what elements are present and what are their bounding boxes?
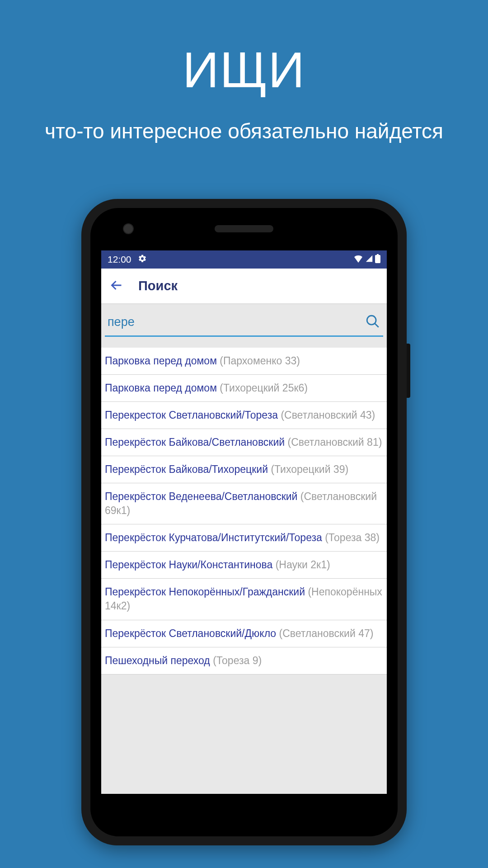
status-bar: 12:00 [101, 250, 387, 269]
status-bar-left: 12:00 [108, 254, 147, 265]
result-title: Пешеходный переход [105, 655, 210, 666]
list-item[interactable]: Перекрёсток Веденеева/Светлановский (Све… [101, 483, 387, 524]
list-item[interactable]: Перекрёсток Науки/Константинова (Науки 2… [101, 552, 387, 579]
status-bar-right [353, 254, 380, 265]
list-item[interactable]: Парковка перед домом (Пархоменко 33) [101, 348, 387, 375]
result-sub: (Тихорецкий 39) [271, 463, 348, 475]
result-title: Перекрёсток Байкова/Светлановский [105, 436, 285, 448]
page-title: Поиск [138, 278, 178, 293]
result-sub: (Науки 2к1) [276, 559, 330, 571]
phone-speaker [215, 225, 273, 232]
result-sub: (Светлановский 43) [281, 409, 375, 421]
phone-screen: 12:00 [101, 250, 387, 794]
list-item[interactable]: Перекрёсток Непокорённых/Гражданский (Не… [101, 579, 387, 620]
wifi-icon [353, 254, 363, 265]
results-list: Парковка перед домом (Пархоменко 33) Пар… [101, 348, 387, 675]
result-sub: (Светлановский 47) [279, 627, 374, 639]
result-sub: (Тихорецкий 25к6) [220, 382, 308, 394]
phone-side-button [407, 344, 410, 398]
phone-inner: 12:00 [90, 208, 398, 836]
result-title: Перекрёсток Курчатова/Институтский/Торез… [105, 532, 322, 543]
hero-subtitle: что-то интересное обязательно найдется [0, 117, 488, 145]
result-title: Перекресток Светлановский/Тореза [105, 409, 278, 421]
search-icon[interactable] [365, 314, 380, 331]
phone-camera [123, 223, 134, 234]
battery-icon [375, 254, 380, 265]
gear-icon [138, 254, 147, 265]
result-sub: (Тореза 38) [325, 532, 380, 543]
result-title: Перекрёсток Светлановский/Дюкло [105, 627, 276, 639]
result-sub: (Пархоменко 33) [220, 355, 300, 367]
result-sub: (Тореза 9) [213, 655, 262, 666]
svg-point-0 [367, 316, 376, 325]
app-header: Поиск [101, 269, 387, 304]
list-item[interactable]: Перекресток Светлановский/Тореза (Светла… [101, 402, 387, 429]
result-title: Перекрёсток Байкова/Тихорецкий [105, 463, 268, 475]
result-title: Перекрёсток Непокорённых/Гражданский [105, 586, 305, 598]
search-container [101, 304, 387, 337]
list-item[interactable]: Перекрёсток Курчатова/Институтский/Торез… [101, 524, 387, 552]
search-input[interactable] [108, 315, 361, 329]
search-field[interactable] [105, 309, 383, 337]
status-time: 12:00 [108, 254, 131, 265]
list-item[interactable]: Перекрёсток Светлановский/Дюкло (Светлан… [101, 620, 387, 647]
hero-title: ИЩИ [0, 41, 488, 99]
list-item[interactable]: Перекрёсток Байкова/Светлановский (Светл… [101, 429, 387, 456]
svg-line-1 [375, 323, 379, 327]
result-title: Парковка перед домом [105, 382, 217, 394]
list-item[interactable]: Пешеходный переход (Тореза 9) [101, 647, 387, 675]
list-item[interactable]: Парковка перед домом (Тихорецкий 25к6) [101, 375, 387, 402]
list-item[interactable]: Перекрёсток Байкова/Тихорецкий (Тихорецк… [101, 456, 387, 483]
phone-mockup: 12:00 [81, 199, 407, 845]
signal-icon [365, 254, 373, 265]
result-title: Перекрёсток Веденеева/Светлановский [105, 491, 297, 502]
result-sub: (Светлановский 81) [288, 436, 382, 448]
back-button[interactable] [108, 277, 125, 295]
result-title: Парковка перед домом [105, 355, 217, 367]
result-title: Перекрёсток Науки/Константинова [105, 559, 272, 571]
